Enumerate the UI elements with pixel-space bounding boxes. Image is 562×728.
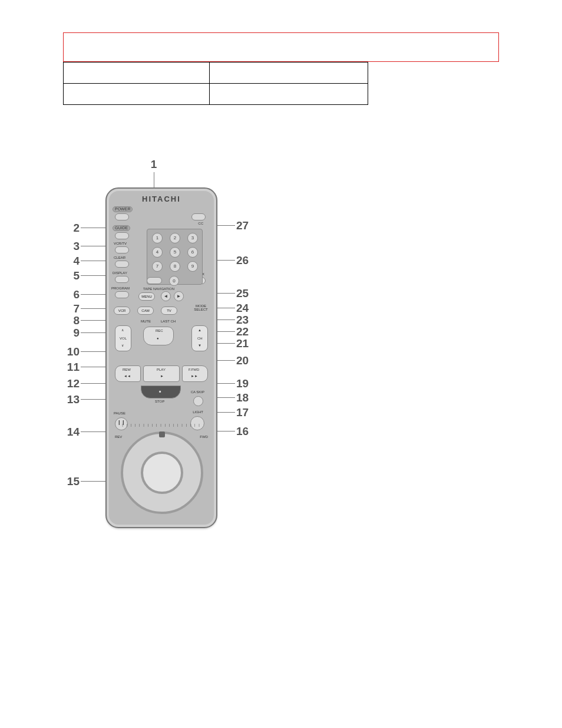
remote-diagram: 1 2 3 4 5 6 7 8 9 10 11 12 13 14 15 27 2… (63, 158, 275, 547)
light-label: LIGHT (193, 410, 203, 414)
callout-4: 4 (63, 255, 80, 268)
callout-15: 15 (63, 475, 80, 488)
callout-21: 21 (236, 337, 253, 350)
tv-mode-button[interactable]: TV (161, 307, 177, 315)
callout-16: 16 (236, 425, 253, 438)
nav-right-button[interactable]: ► (174, 291, 184, 301)
callout-9: 9 (63, 327, 80, 340)
callout-10: 10 (63, 345, 80, 358)
callout-17: 17 (236, 406, 253, 419)
callout-8: 8 (63, 314, 80, 327)
remote-body: HITACHI POWER CC GUIDE VCR/TV CLEAR DISP… (105, 187, 217, 528)
power-button[interactable] (115, 213, 129, 220)
table-row (64, 84, 368, 105)
callout-7: 7 (63, 302, 80, 315)
vol-down-glyph: ∨ (121, 344, 124, 347)
cell (210, 84, 368, 105)
callout-6: 6 (63, 288, 80, 301)
key-3[interactable]: 3 (187, 233, 198, 243)
program-button[interactable] (115, 291, 129, 298)
program-label: PROGRAM (111, 286, 130, 290)
vcr-mode-button[interactable]: VCR (114, 307, 130, 315)
key-7[interactable]: 7 (152, 261, 163, 272)
cam-mode-button[interactable]: CAM (137, 307, 154, 315)
table-row (64, 62, 368, 84)
rec-label: REC (156, 329, 163, 332)
key-2[interactable]: 2 (170, 233, 180, 243)
vcrtv-label: VCR/TV (114, 242, 127, 245)
nav-left-button[interactable]: ◄ (161, 291, 171, 301)
key-9[interactable]: 9 (187, 261, 198, 272)
stop-button[interactable]: ■ (141, 386, 181, 398)
clear-button[interactable] (115, 261, 129, 268)
power-label: POWER (113, 206, 133, 212)
cc-button[interactable] (191, 213, 206, 220)
cell (64, 84, 210, 105)
shuttle-ring[interactable] (121, 431, 203, 514)
ffwd-label: F.FWD (189, 368, 199, 371)
shuttle-indicator (159, 431, 165, 437)
callout-2: 2 (63, 222, 80, 235)
callout-11: 11 (63, 361, 80, 374)
display-button[interactable] (115, 276, 129, 283)
volume-rocker[interactable]: ∧ VOL ∨ (115, 325, 131, 351)
caskip-label: CA SKIP (191, 390, 204, 394)
ch-down-glyph: ▼ (198, 344, 201, 347)
callout-20: 20 (236, 354, 253, 367)
callout-5: 5 (63, 269, 80, 282)
ffwd-glyph: ►► (191, 374, 198, 378)
rewind-button[interactable]: REW ◄◄ (115, 365, 141, 382)
callout-3: 3 (63, 240, 80, 253)
callout-1: 1 (146, 158, 162, 171)
cell (210, 62, 368, 84)
callout-18: 18 (236, 391, 253, 404)
callout-19: 19 (236, 377, 253, 390)
callout-24: 24 (236, 302, 253, 315)
key-8[interactable]: 8 (170, 261, 180, 272)
callout-27: 27 (236, 219, 253, 232)
guide-button[interactable] (115, 232, 129, 239)
lastch-label: LAST CH (161, 319, 176, 323)
play-button[interactable]: PLAY ► (143, 365, 180, 382)
cell (64, 62, 210, 84)
jog-dial[interactable] (141, 452, 183, 494)
ffwd-button[interactable]: F.FWD ►► (182, 365, 208, 382)
brand-label: HITACHI (107, 195, 216, 203)
pause-label: PAUSE (114, 411, 125, 415)
rec-dot: ● (157, 337, 159, 340)
key-4[interactable]: 4 (152, 247, 163, 258)
vcrtv-button[interactable] (115, 246, 129, 253)
ch-up-glyph: ▲ (198, 328, 201, 332)
record-button[interactable]: REC ● (143, 327, 174, 345)
rew-label: REW (123, 368, 131, 371)
callout-14: 14 (63, 426, 80, 439)
clear-label: CLEAR (114, 256, 125, 259)
display-label: DISPLAY (113, 271, 127, 275)
callout-12: 12 (63, 377, 80, 390)
stop-label: STOP (155, 400, 164, 403)
callout-25: 25 (236, 287, 253, 300)
shuttle-rev-label: REV (115, 435, 122, 439)
mode-select-label: MODE SELECT (191, 304, 210, 311)
shuttle-tick-marks: | | | | | | | | | | | | | | | | | | | (114, 423, 209, 431)
shuttle-fwd-label: FWD (200, 435, 208, 439)
callout-22: 22 (236, 325, 253, 338)
red-outline-banner (63, 32, 499, 62)
key-0[interactable]: 0 (169, 276, 179, 286)
channel-rocker[interactable]: ▲ CH ▼ (191, 325, 208, 351)
callout-13: 13 (63, 393, 80, 406)
callout-23: 23 (236, 314, 253, 327)
key-1[interactable]: 1 (152, 233, 163, 243)
key-6[interactable]: 6 (187, 247, 198, 258)
menu-button[interactable]: MENU (138, 292, 155, 301)
info-table (63, 62, 368, 105)
hundred-button[interactable] (147, 277, 162, 284)
ch-label: CH (197, 337, 203, 340)
play-label: PLAY (157, 368, 166, 371)
tape-nav-label: TAPE NAVIGATION (143, 287, 174, 291)
cc-label: CC (198, 222, 203, 225)
caskip-button[interactable] (193, 396, 203, 406)
mute-label: MUTE (141, 319, 151, 323)
key-5[interactable]: 5 (170, 247, 180, 258)
guide-label: GUIDE (113, 225, 130, 231)
